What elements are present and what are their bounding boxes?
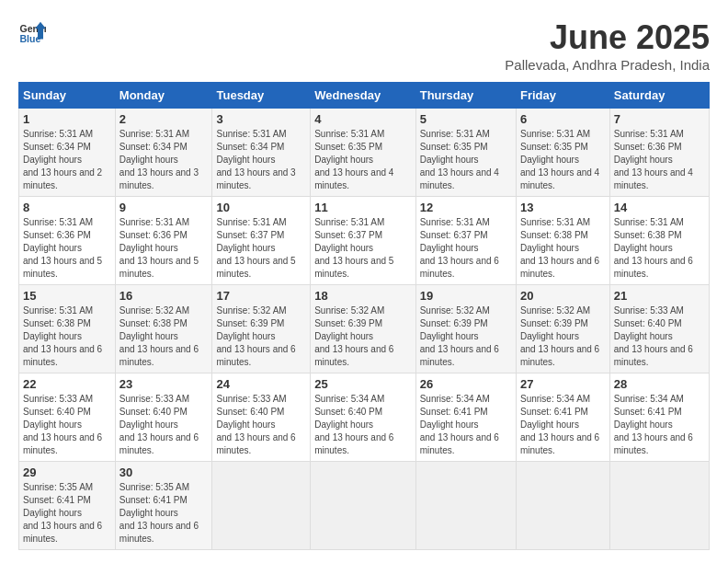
day-number: 6 [520, 112, 606, 126]
day-number: 18 [314, 289, 412, 303]
day-number: 28 [614, 377, 705, 391]
calendar-cell: 4 Sunrise: 5:31 AMSunset: 6:35 PMDayligh… [311, 109, 416, 197]
calendar-cell: 7 Sunrise: 5:31 AMSunset: 6:36 PMDayligh… [609, 109, 709, 197]
day-number: 12 [420, 201, 512, 214]
day-number: 3 [216, 112, 306, 126]
day-number: 8 [23, 201, 111, 214]
calendar-cell: 15 Sunrise: 5:31 AMSunset: 6:38 PMDaylig… [19, 285, 116, 373]
day-number: 26 [420, 377, 512, 391]
day-info: Sunrise: 5:33 AMSunset: 6:40 PMDaylight … [614, 305, 693, 367]
day-number: 14 [614, 201, 705, 214]
day-number: 7 [614, 112, 705, 126]
calendar-cell: 27 Sunrise: 5:34 AMSunset: 6:41 PMDaylig… [517, 373, 610, 462]
svg-text:Blue: Blue [20, 33, 41, 44]
calendar-cell: 17 Sunrise: 5:32 AMSunset: 6:39 PMDaylig… [212, 285, 311, 373]
calendar-cell: 21 Sunrise: 5:33 AMSunset: 6:40 PMDaylig… [609, 285, 709, 373]
day-number: 9 [119, 201, 209, 214]
header-saturday: Saturday [609, 83, 709, 109]
header-tuesday: Tuesday [212, 83, 311, 109]
calendar-cell: 28 Sunrise: 5:34 AMSunset: 6:41 PMDaylig… [609, 373, 709, 462]
day-info: Sunrise: 5:35 AMSunset: 6:41 PMDaylight … [119, 482, 199, 544]
header-friday: Friday [517, 83, 610, 109]
calendar-cell: 2 Sunrise: 5:31 AMSunset: 6:34 PMDayligh… [115, 109, 212, 197]
calendar-cell: 24 Sunrise: 5:33 AMSunset: 6:40 PMDaylig… [212, 373, 311, 462]
calendar-header: Sunday Monday Tuesday Wednesday Thursday… [19, 83, 710, 109]
header-monday: Monday [115, 83, 212, 109]
day-number: 29 [23, 465, 111, 479]
day-info: Sunrise: 5:33 AMSunset: 6:40 PMDaylight … [119, 394, 199, 455]
header-wednesday: Wednesday [311, 83, 416, 109]
day-number: 5 [420, 112, 512, 126]
header: General Blue June 2025 Pallevada, Andhra… [18, 18, 710, 73]
day-number: 22 [23, 377, 111, 391]
calendar-cell: 1 Sunrise: 5:31 AMSunset: 6:34 PMDayligh… [19, 109, 116, 197]
calendar-cell: 11 Sunrise: 5:31 AMSunset: 6:37 PMDaylig… [311, 197, 416, 285]
calendar-cell: 20 Sunrise: 5:32 AMSunset: 6:39 PMDaylig… [517, 285, 610, 373]
weekday-header-row: Sunday Monday Tuesday Wednesday Thursday… [19, 83, 710, 109]
calendar-cell: 29 Sunrise: 5:35 AMSunset: 6:41 PMDaylig… [19, 462, 116, 550]
calendar-cell: 26 Sunrise: 5:34 AMSunset: 6:41 PMDaylig… [415, 373, 516, 462]
day-number: 24 [216, 377, 306, 391]
day-info: Sunrise: 5:31 AMSunset: 6:37 PMDaylight … [420, 217, 499, 279]
day-info: Sunrise: 5:32 AMSunset: 6:39 PMDaylight … [314, 305, 393, 367]
calendar-cell: 19 Sunrise: 5:32 AMSunset: 6:39 PMDaylig… [415, 285, 516, 373]
calendar-cell [415, 462, 516, 550]
day-info: Sunrise: 5:34 AMSunset: 6:41 PMDaylight … [614, 394, 693, 455]
calendar-cell: 16 Sunrise: 5:32 AMSunset: 6:38 PMDaylig… [115, 285, 212, 373]
calendar-cell [517, 462, 610, 550]
calendar-cell: 8 Sunrise: 5:31 AMSunset: 6:36 PMDayligh… [19, 197, 116, 285]
calendar-cell: 10 Sunrise: 5:31 AMSunset: 6:37 PMDaylig… [212, 197, 311, 285]
day-number: 23 [119, 377, 209, 391]
day-number: 20 [520, 289, 606, 303]
calendar-table: Sunday Monday Tuesday Wednesday Thursday… [18, 82, 710, 550]
calendar-cell [311, 462, 416, 550]
calendar-cell: 30 Sunrise: 5:35 AMSunset: 6:41 PMDaylig… [115, 462, 212, 550]
day-info: Sunrise: 5:31 AMSunset: 6:34 PMDaylight … [23, 129, 102, 190]
calendar-week-row: 15 Sunrise: 5:31 AMSunset: 6:38 PMDaylig… [19, 285, 710, 373]
location-title: Pallevada, Andhra Pradesh, India [505, 57, 710, 73]
day-number: 13 [520, 201, 606, 214]
header-sunday: Sunday [19, 83, 116, 109]
day-info: Sunrise: 5:31 AMSunset: 6:36 PMDaylight … [23, 217, 102, 279]
calendar-cell: 12 Sunrise: 5:31 AMSunset: 6:37 PMDaylig… [415, 197, 516, 285]
day-number: 27 [520, 377, 606, 391]
day-info: Sunrise: 5:31 AMSunset: 6:37 PMDaylight … [314, 217, 393, 279]
calendar-week-row: 1 Sunrise: 5:31 AMSunset: 6:34 PMDayligh… [19, 109, 710, 197]
day-info: Sunrise: 5:31 AMSunset: 6:36 PMDaylight … [614, 129, 693, 190]
day-info: Sunrise: 5:34 AMSunset: 6:41 PMDaylight … [520, 394, 599, 455]
day-info: Sunrise: 5:31 AMSunset: 6:38 PMDaylight … [520, 217, 599, 279]
calendar-cell: 25 Sunrise: 5:34 AMSunset: 6:40 PMDaylig… [311, 373, 416, 462]
calendar-week-row: 29 Sunrise: 5:35 AMSunset: 6:41 PMDaylig… [19, 462, 710, 550]
header-thursday: Thursday [415, 83, 516, 109]
day-number: 4 [314, 112, 412, 126]
day-info: Sunrise: 5:31 AMSunset: 6:35 PMDaylight … [314, 129, 393, 190]
calendar-cell: 9 Sunrise: 5:31 AMSunset: 6:36 PMDayligh… [115, 197, 212, 285]
calendar-cell: 13 Sunrise: 5:31 AMSunset: 6:38 PMDaylig… [517, 197, 610, 285]
day-info: Sunrise: 5:31 AMSunset: 6:37 PMDaylight … [216, 217, 295, 279]
day-info: Sunrise: 5:33 AMSunset: 6:40 PMDaylight … [216, 394, 295, 455]
day-info: Sunrise: 5:32 AMSunset: 6:39 PMDaylight … [520, 305, 599, 367]
day-number: 21 [614, 289, 705, 303]
day-info: Sunrise: 5:32 AMSunset: 6:38 PMDaylight … [119, 305, 199, 367]
day-info: Sunrise: 5:31 AMSunset: 6:38 PMDaylight … [23, 305, 102, 367]
day-number: 10 [216, 201, 306, 214]
calendar-cell: 18 Sunrise: 5:32 AMSunset: 6:39 PMDaylig… [311, 285, 416, 373]
day-info: Sunrise: 5:31 AMSunset: 6:36 PMDaylight … [119, 217, 199, 279]
day-number: 19 [420, 289, 512, 303]
calendar-cell: 14 Sunrise: 5:31 AMSunset: 6:38 PMDaylig… [609, 197, 709, 285]
calendar-cell: 6 Sunrise: 5:31 AMSunset: 6:35 PMDayligh… [517, 109, 610, 197]
day-number: 1 [23, 112, 111, 126]
day-number: 30 [119, 465, 209, 479]
day-info: Sunrise: 5:34 AMSunset: 6:40 PMDaylight … [314, 394, 393, 455]
day-info: Sunrise: 5:31 AMSunset: 6:34 PMDaylight … [216, 129, 295, 190]
logo-icon: General Blue [18, 18, 46, 46]
calendar-cell [609, 462, 709, 550]
day-info: Sunrise: 5:31 AMSunset: 6:34 PMDaylight … [119, 129, 199, 190]
day-info: Sunrise: 5:31 AMSunset: 6:35 PMDaylight … [520, 129, 599, 190]
title-area: June 2025 Pallevada, Andhra Pradesh, Ind… [505, 18, 710, 73]
day-info: Sunrise: 5:35 AMSunset: 6:41 PMDaylight … [23, 482, 102, 544]
calendar-cell [212, 462, 311, 550]
day-info: Sunrise: 5:32 AMSunset: 6:39 PMDaylight … [420, 305, 499, 367]
day-number: 15 [23, 289, 111, 303]
month-title: June 2025 [505, 18, 710, 57]
